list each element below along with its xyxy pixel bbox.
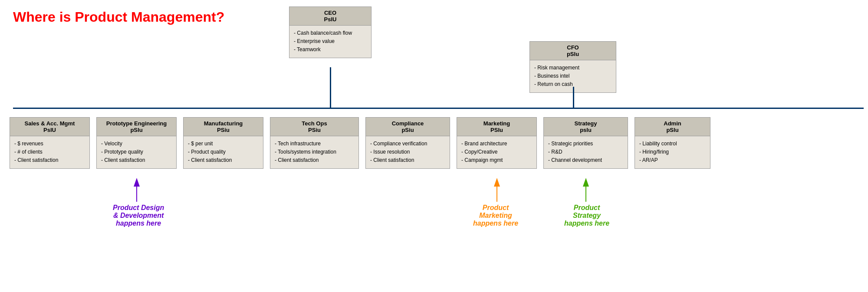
annotation-product-strategy: Product Strategy happens here bbox=[564, 204, 609, 227]
main-horizontal-line bbox=[13, 108, 864, 109]
dept-header-0: Sales & Acc. Mgmt PsIU bbox=[10, 118, 89, 136]
dept-box-0: Sales & Acc. Mgmt PsIU - $ revenues - # … bbox=[10, 117, 90, 169]
dept-box-7: Admin pSIu - Liability control - Hiring/… bbox=[635, 117, 710, 169]
ceo-box: CEO PsIU - Cash balance/cash flow - Ente… bbox=[289, 7, 372, 58]
page-title: Where is Product Management? bbox=[13, 9, 224, 25]
dept-body-1: - Velocity - Prototype quality - Client … bbox=[97, 136, 176, 168]
dept-body-5: - Brand architecture - Copy/Creative - C… bbox=[457, 136, 536, 168]
annotation-product-design: Product Design & Development happens her… bbox=[113, 204, 164, 227]
cfo-vertical-line bbox=[573, 87, 574, 108]
dept-header-5: Marketing PSIu bbox=[457, 118, 536, 136]
dept-body-4: - Compliance verification - Issue resolu… bbox=[366, 136, 450, 168]
cfo-box: CFO pSIu - Risk management - Business in… bbox=[529, 41, 616, 93]
ceo-header: CEO PsIU bbox=[289, 7, 371, 26]
cfo-header: CFO pSIu bbox=[530, 42, 616, 60]
dept-body-7: - Liability control - Hiring/firing - AR… bbox=[635, 136, 710, 168]
dept-box-3: Tech Ops PSiu - Tech infrastructure - To… bbox=[270, 117, 359, 169]
dept-box-6: Strategy psIu - Strategic priorities - R… bbox=[543, 117, 628, 169]
dept-body-2: - $ per unit - Product quality - Client … bbox=[184, 136, 263, 168]
dept-header-6: Strategy psIu bbox=[544, 118, 628, 136]
dept-header-2: Manufacturing PSiu bbox=[184, 118, 263, 136]
dept-header-3: Tech Ops PSiu bbox=[270, 118, 358, 136]
annotation-product-marketing: Product Marketing happens here bbox=[473, 204, 518, 227]
dept-body-3: - Tech infrastructure - Tools/systems in… bbox=[270, 136, 358, 168]
dept-body-0: - $ revenues - # of clients - Client sat… bbox=[10, 136, 89, 168]
dept-box-4: Compliance pSiu - Compliance verificatio… bbox=[365, 117, 450, 169]
ceo-body: - Cash balance/cash flow - Enterprise va… bbox=[289, 26, 371, 58]
dept-box-2: Manufacturing PSiu - $ per unit - Produc… bbox=[183, 117, 263, 169]
ceo-vertical-line bbox=[330, 67, 331, 108]
dept-box-1: Prototype Engineering pSIu - Velocity - … bbox=[96, 117, 177, 169]
dept-box-5: Marketing PSIu - Brand architecture - Co… bbox=[457, 117, 537, 169]
dept-header-7: Admin pSIu bbox=[635, 118, 710, 136]
dept-body-6: - Strategic priorities - R&D - Channel d… bbox=[544, 136, 628, 168]
dept-header-1: Prototype Engineering pSIu bbox=[97, 118, 176, 136]
dept-header-4: Compliance pSiu bbox=[366, 118, 450, 136]
